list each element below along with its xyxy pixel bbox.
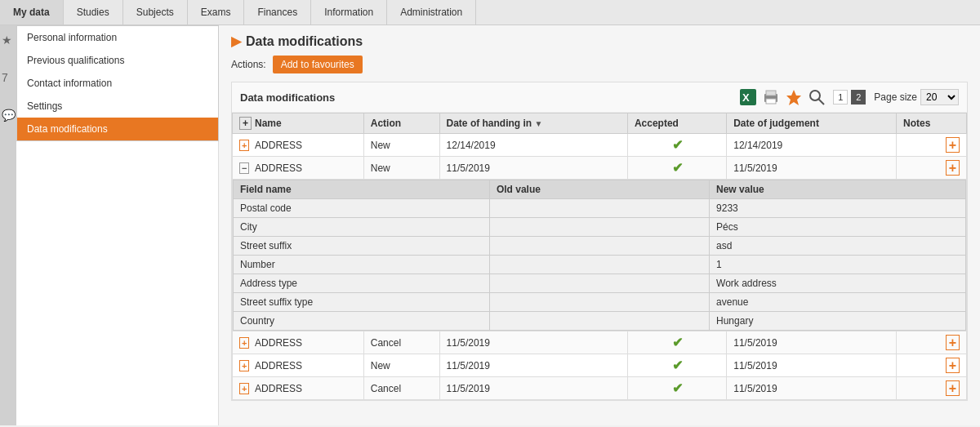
sidebar-item-settings[interactable]: Settings [17,95,218,118]
nav-tab-subjects[interactable]: Subjects [123,0,188,24]
table-row: + ADDRESS Cancel 11/5/2019 ✔ 11/5/2019 + [233,331,967,354]
table-row: − ADDRESS New 11/5/2019 ✔ 11/5/2019 + [233,157,967,180]
cell-notes: + [896,331,966,354]
cell-action: Cancel [363,331,439,354]
sidebar-item-data-modifications[interactable]: Data modifications [17,118,218,140]
table-row: + ADDRESS New 12/14/2019 ✔ 12/14/2019 + [233,134,967,157]
cell-name: + ADDRESS [233,354,364,377]
sub-cell-old [489,274,709,293]
cell-action: New [363,134,439,157]
sidebar-dropdown: Personal informationPrevious qualificati… [16,25,219,141]
nav-tab-information[interactable]: Information [311,0,387,24]
search-icon[interactable] [807,87,826,107]
sub-cell-old [489,199,709,218]
sub-col-new: New value [710,180,966,199]
actions-label: Actions: [231,59,266,70]
sub-cell-old [489,256,709,274]
sub-cell-new: Hungary [710,312,966,331]
col-date-judgement: Date of judgement [727,113,897,134]
cell-notes: + [896,134,966,157]
sub-cell-new: Work address [710,274,966,293]
sub-table-data-row: Street suffix type avenue [234,293,966,312]
excel-icon[interactable]: X [738,87,758,107]
accepted-checkmark: ✔ [672,358,683,372]
sidebar-item-contact-info[interactable]: Contact information [17,72,218,95]
sub-cell-field: Street suffix [234,237,490,256]
cell-date-handing: 12/14/2019 [439,134,627,157]
accepted-checkmark: ✔ [672,138,683,152]
add-to-favourites-button[interactable]: Add to favourites [273,56,363,73]
add-note-button[interactable]: + [946,137,960,153]
sub-table-data-row: Postal code 9233 [234,199,966,218]
header-arrow: ▶ [231,33,241,49]
svg-text:X: X [742,91,750,104]
sub-cell-field: City [234,218,490,237]
svg-rect-3 [766,91,776,96]
cell-action: New [363,354,439,377]
sub-cell-old [489,312,709,331]
chat-icon[interactable]: 💬 [2,109,15,122]
toolbar-icons: X [738,87,826,107]
nav-tab-my-data[interactable]: My data [0,0,64,24]
cell-accepted: ✔ [627,377,726,400]
col-date-handing: Date of handing in ▼ [439,113,627,134]
page-size-select[interactable]: 20 50 100 [920,89,959,105]
svg-line-7 [818,99,824,105]
star-icon[interactable]: ★ [2,33,15,47]
sub-table-data-row: Address type Work address [234,274,966,293]
sub-cell-field: Street suffix type [234,293,490,312]
sub-col-old: Old value [489,180,709,199]
print-icon[interactable] [761,87,781,107]
page-1[interactable]: 1 [833,90,848,105]
cell-date-handing: 11/5/2019 [439,331,627,354]
row-expand-icon[interactable]: + [239,140,249,151]
add-note-button[interactable]: + [946,358,960,373]
table-row: + ADDRESS New 11/5/2019 ✔ 11/5/2019 + [233,354,967,377]
nav-tab-finances[interactable]: Finances [244,0,311,24]
add-note-button[interactable]: + [946,335,960,350]
row-expand-icon[interactable]: + [239,383,249,394]
cell-action: New [363,157,439,180]
sub-cell-field: Country [234,312,490,331]
sub-cell-old [489,237,709,256]
sub-cell-field: Postal code [234,199,490,218]
sub-table-data-row: Country Hungary [234,312,966,331]
cell-name: + ADDRESS [233,134,364,157]
nav-tab-exams[interactable]: Exams [188,0,245,24]
page-size-label: Page size [874,91,917,103]
left-icon-strip: ★ 7 💬 [0,25,16,425]
sidebar-item-personal-info[interactable]: Personal information [17,26,218,49]
cell-date-handing: 11/5/2019 [439,157,627,180]
top-nav: My dataStudiesSubjectsExamsFinancesInfor… [0,0,980,25]
row-expand-icon[interactable]: + [239,360,249,371]
accepted-checkmark: ✔ [672,381,683,395]
pagination: 1 2 Page size 20 50 100 [833,89,959,105]
sub-cell-new: asd [710,237,966,256]
sidebar-item-prev-qualifications[interactable]: Previous qualifications [17,49,218,72]
sub-cell-new: avenue [710,293,966,312]
sub-table: Field name Old value New value Postal co… [233,180,966,331]
row-expand-icon[interactable]: + [239,337,249,349]
add-note-button[interactable]: + [946,380,960,396]
nav-tab-studies[interactable]: Studies [64,0,123,24]
accepted-checkmark: ✔ [672,161,683,175]
col-notes: Notes [896,113,966,134]
cell-date-judgement: 11/5/2019 [727,354,897,377]
sub-cell-new: Pécs [710,218,966,237]
sub-table-data-row: Street suffix asd [234,237,966,256]
cell-notes: + [896,377,966,400]
cell-name: − ADDRESS [233,157,364,180]
page-2[interactable]: 2 [851,90,866,105]
add-note-button[interactable]: + [946,160,960,176]
sub-cell-field: Address type [234,274,490,293]
expand-all-icon[interactable]: + [239,117,252,130]
calendar-icon[interactable]: 7 [2,71,15,84]
sort-icon[interactable]: ▼ [535,119,543,128]
cell-action: Cancel [363,377,439,400]
sub-cell-new: 9233 [710,199,966,218]
cell-notes: + [896,157,966,180]
nav-tab-administration[interactable]: Administration [387,0,476,24]
pin-icon[interactable] [784,87,804,107]
section-title: Data modifications [240,91,335,104]
row-expand-icon[interactable]: − [239,162,249,174]
